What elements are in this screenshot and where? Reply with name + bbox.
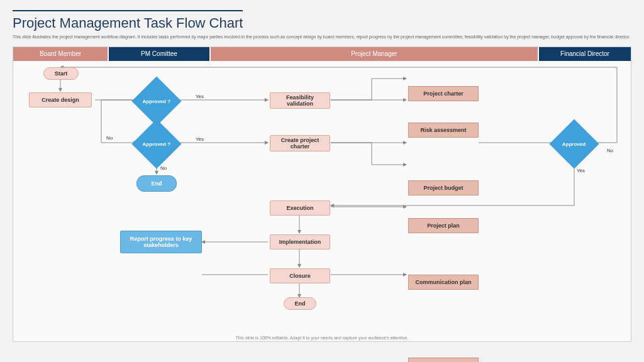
label-yes-3: Yes <box>577 168 585 173</box>
node-end-2: End <box>284 297 316 310</box>
node-approved-3: Approved <box>557 126 592 162</box>
node-charter: Create project charter <box>270 135 330 151</box>
node-benefit: Benefit realization <box>408 358 479 362</box>
swimlane-headers: Board Member PM Comittee Project Manager… <box>13 47 631 61</box>
header-board: Board Member <box>13 47 108 61</box>
label-yes-1: Yes <box>196 94 204 99</box>
node-report: Report progress to key stakeholders <box>120 231 202 253</box>
node-approved-2: Approved ? <box>139 126 174 162</box>
header-manager: Project Manager <box>211 47 538 61</box>
node-implementation: Implementation <box>270 234 330 250</box>
footer-text: This slide is 100% editable. Adapt it to… <box>13 336 631 340</box>
node-budget: Project budget <box>408 180 479 195</box>
node-closure: Closure <box>270 268 330 283</box>
page-title: Project Management Task Flow Chart <box>13 15 243 31</box>
label-no-1: No <box>106 135 113 141</box>
node-plan: Project plan <box>408 218 479 233</box>
node-feasibility: Feasibility validation <box>270 92 330 109</box>
node-end-1: End <box>136 175 177 192</box>
header-financial: Financial Director <box>539 47 631 61</box>
node-proj-charter: Project charter <box>408 86 479 101</box>
node-risk: Risk assessment <box>408 123 479 138</box>
node-execution: Execution <box>270 200 330 216</box>
node-comm: Communication plan <box>408 275 479 290</box>
label-yes-2: Yes <box>196 136 204 142</box>
page-subtitle: This slide illustrates the project manag… <box>13 34 631 40</box>
header-pm: PM Comittee <box>109 47 209 61</box>
node-approved-1: Approved ? <box>139 84 174 119</box>
node-create-design: Create design <box>29 92 92 107</box>
label-no-3: No <box>607 148 613 153</box>
label-no-2: No <box>160 165 167 171</box>
flowchart: Board Member PM Comittee Project Manager… <box>13 47 631 342</box>
node-start: Start <box>43 67 79 80</box>
